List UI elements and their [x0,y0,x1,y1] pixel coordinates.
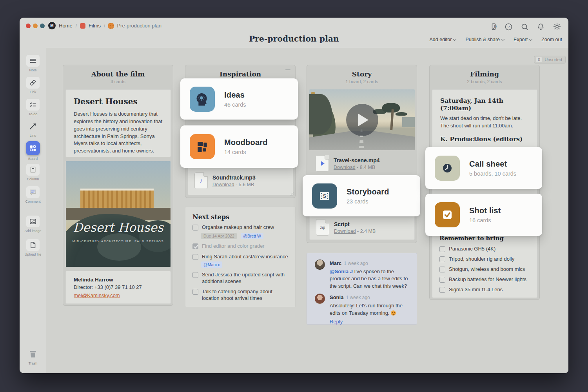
play-button[interactable] [346,104,378,136]
sidebar-item-note[interactable]: Note [20,55,46,72]
column-title[interactable]: About the film [63,70,173,78]
note-card-next-steps[interactable]: Next steps Organise makeup and hair crew… [185,207,296,307]
comment-time: 1 week ago [346,295,370,300]
board-card-storyboard[interactable]: 5 Storyboard 23 cards [303,175,420,216]
export-button[interactable]: Export [514,37,532,42]
board-canvas[interactable]: 0 Unsorted About the film 3 cards Desert… [46,48,568,373]
file-card-travel-scene[interactable]: Travel-scene.mp4 Download - 8.4 MB [316,155,412,172]
board-card-moodboard[interactable]: Moodboard 14 cards [180,125,298,168]
download-link[interactable]: Download [334,229,356,234]
note-body: Desert Houses is a documentary that expl… [74,111,163,155]
file-name: Soundtrack.mp3 [212,174,256,181]
board-card-call-sheet[interactable]: Call sheet 5 boards, 10 cards [425,147,542,189]
breadcrumb-home[interactable]: Home [59,23,73,29]
due-date-tag[interactable]: Due 14 Apr 2022 [201,233,237,239]
trash-icon [28,349,38,359]
search-icon[interactable] [521,23,529,31]
note-body: We start dead on time, don't be late. Th… [440,115,529,130]
preproduction-board-icon [108,23,114,29]
window-controls[interactable] [26,24,45,28]
contact-phone: Director: +33 (0)7 39 71 10 27 [74,284,163,291]
sidebar-item-column[interactable]: Column [20,164,46,181]
milanote-logo-icon[interactable]: M [48,22,56,29]
notifications-bell-icon[interactable] [537,23,545,31]
board-card-ideas[interactable]: Ideas 46 cards [180,78,298,120]
todo-item: Send Jessica the updated script with add… [192,272,289,285]
file-name: Script [334,221,376,227]
ideas-head-icon [190,87,215,112]
collapse-column-button[interactable] [285,69,290,70]
checkbox-unchecked[interactable] [439,267,445,272]
photo-overlay-subtitle: MID-CENTURY ARCHITECTURE. PALM SPRINGS [66,240,171,243]
sidebar-item-todo[interactable]: To-do [20,99,46,116]
sidebar-item-board[interactable]: Board [20,141,46,161]
checkbox-unchecked[interactable] [192,225,198,230]
audio-file-icon: ♪ [194,172,208,189]
checkbox-unchecked[interactable] [439,246,445,252]
settings-gear-icon[interactable] [553,22,561,31]
sidebar-item-link[interactable]: Link [20,77,46,94]
note-heading: K. Productions (editors) [440,135,529,143]
add-editor-button[interactable]: Add editor [430,37,456,42]
file-card-script[interactable]: zip Script Download - 2.4 MB [309,215,415,240]
breadcrumb-films[interactable]: Films [89,23,101,29]
checkbox-unchecked[interactable] [439,287,445,293]
comment-thread-card[interactable]: Marc1 week ago @Sonia J I've spoken to t… [307,253,417,325]
checkbox-unchecked[interactable] [192,289,198,295]
column-title[interactable]: Inspiration [185,70,295,78]
column-title[interactable]: Filming [430,70,539,78]
comment-icon [29,188,37,196]
note-card-desert-houses[interactable]: Desert Houses Desert Houses is a documen… [65,89,171,157]
breadcrumb-separator: / [76,23,77,29]
column-count: 3 cards [63,79,173,84]
minimize-window-button[interactable] [33,24,38,28]
sidebar-item-upload-file[interactable]: Upload file [20,239,46,256]
comment-author: Sonia [330,294,343,300]
checkbox-unchecked[interactable] [192,272,198,278]
download-link[interactable]: Download [334,165,356,170]
reply-link[interactable]: Reply [330,319,409,325]
image-card-desert-houses[interactable]: Desert Houses MID-CENTURY ARCHITECTURE. … [65,161,171,267]
avatar [315,260,325,270]
sidebar-item-trash[interactable]: Trash [20,348,46,365]
publish-share-button[interactable]: Publish & share [465,37,504,42]
video-building [402,117,415,127]
zoom-window-button[interactable] [40,24,45,28]
column-count: 2 boards, 2 cards [430,79,539,84]
checkbox-checked[interactable] [192,243,198,249]
note-card-equipment-checklist[interactable]: Remember to bring Panasonic GH5 (4K) Tri… [432,230,537,298]
unsorted-badge[interactable]: 0 Unsorted [534,56,566,64]
photo-overlay-title: Desert Houses [66,220,171,234]
chevron-down-icon [501,38,505,41]
chevron-down-icon [529,38,532,41]
breadcrumb-current[interactable]: Pre-production plan [117,23,161,29]
checkbox-unchecked[interactable] [439,256,445,262]
help-icon[interactable]: ? [505,23,513,31]
todo-item: Backup batteries for Neewer lights [439,276,532,283]
file-card-soundtrack[interactable]: ♪ Soundtrack.mp3 Download - 5.6 MB [188,166,293,195]
mention-tag[interactable]: @Marc c [201,261,222,268]
resize-handle[interactable] [290,192,294,196]
sidebar-item-line[interactable]: Line [20,120,46,138]
video-file-icon [316,155,329,172]
contact-card[interactable]: Melinda Harrow Director: +33 (0)7 39 71 … [65,271,171,304]
board-card-count: 5 boards, 10 cards [469,171,516,177]
todo-item: Tripod, shoulder rig and dolly [439,256,532,263]
checkbox-unchecked[interactable] [439,277,445,283]
zoom-out-button[interactable]: Zoom out [541,37,562,42]
close-window-button[interactable] [26,24,31,28]
column-title[interactable]: Story [307,70,417,78]
video-thumbnail[interactable] [309,89,415,150]
mention-link[interactable]: @Sonia J [330,269,353,274]
board-card-shot-list[interactable]: Shot list 16 cards [425,194,542,236]
board-card-title: Ideas [224,91,246,100]
checkbox-unchecked[interactable] [192,254,198,260]
todo-item: Panasonic GH5 (4K) [439,246,532,252]
sidebar-item-add-image[interactable]: Add image [20,216,46,233]
mention-tag[interactable]: @Brett W [241,233,263,239]
contact-email-link[interactable]: mel@Kaminsky.com [74,292,163,299]
todo-icon [29,101,37,109]
board-card-count: 16 cards [469,217,501,223]
download-link[interactable]: Download [212,182,234,187]
sidebar-item-comment[interactable]: Comment [20,186,46,203]
